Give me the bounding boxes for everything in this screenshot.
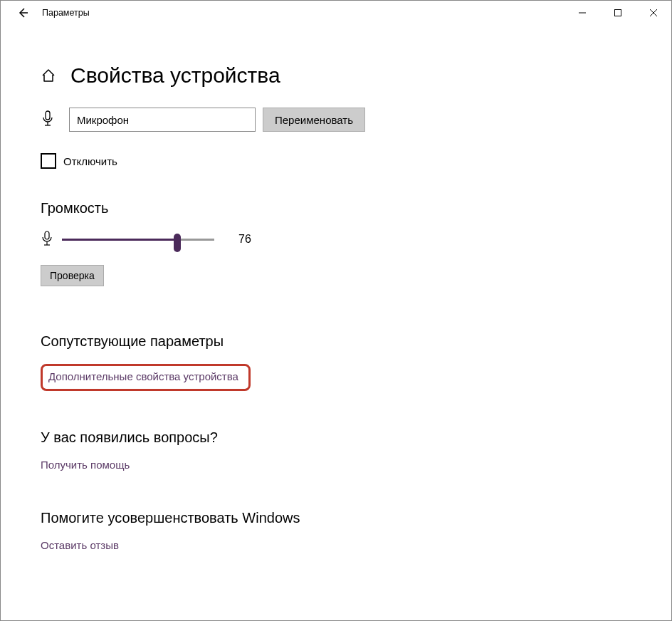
additional-properties-link[interactable]: Дополнительные свойства устройства <box>48 370 238 382</box>
related-heading: Сопутствующие параметры <box>41 333 643 350</box>
content-area: Свойства устройства Переименовать Отключ… <box>1 25 671 552</box>
improve-section: Помогите усовершенствовать Windows Остав… <box>41 510 643 552</box>
minimize-button[interactable] <box>565 1 600 25</box>
svg-rect-5 <box>46 111 50 120</box>
get-help-link[interactable]: Получить помощь <box>41 459 130 471</box>
volume-slider[interactable] <box>62 229 214 249</box>
volume-section: Громкость 76 Проверка <box>41 200 643 286</box>
test-button[interactable]: Проверка <box>41 265 104 286</box>
svg-rect-2 <box>615 10 621 16</box>
disable-row: Отключить <box>41 153 643 169</box>
questions-section: У вас появились вопросы? Получить помощь <box>41 429 643 471</box>
questions-heading: У вас появились вопросы? <box>41 429 643 446</box>
volume-heading: Громкость <box>41 200 643 216</box>
volume-value: 76 <box>238 233 251 246</box>
back-button[interactable] <box>11 6 35 19</box>
window-controls <box>565 1 671 25</box>
slider-track <box>62 239 214 241</box>
close-button[interactable] <box>636 1 671 25</box>
highlight-annotation: Дополнительные свойства устройства <box>41 364 251 391</box>
window-title: Параметры <box>35 8 90 18</box>
home-button[interactable] <box>41 68 56 83</box>
device-name-input[interactable] <box>69 108 256 132</box>
close-icon <box>649 9 658 17</box>
maximize-icon <box>614 9 622 17</box>
microphone-icon <box>41 110 55 129</box>
arrow-left-icon <box>16 6 29 19</box>
disable-checkbox[interactable] <box>41 153 56 169</box>
volume-slider-row: 76 <box>41 229 643 249</box>
home-icon <box>41 68 56 83</box>
disable-label: Отключить <box>63 155 117 167</box>
maximize-button[interactable] <box>600 1 636 25</box>
minimize-icon <box>578 9 587 17</box>
slider-thumb[interactable] <box>174 234 181 252</box>
feedback-link[interactable]: Оставить отзыв <box>41 539 119 551</box>
related-section: Сопутствующие параметры Дополнительные с… <box>41 333 643 391</box>
settings-window: Параметры Свойства устройства Переименов… <box>0 0 672 621</box>
slider-fill <box>62 239 178 241</box>
device-name-row: Переименовать <box>41 108 643 132</box>
page-title: Свойства устройства <box>70 63 280 88</box>
svg-rect-8 <box>45 231 49 239</box>
rename-button[interactable]: Переименовать <box>263 108 365 132</box>
page-header: Свойства устройства <box>41 63 643 88</box>
microphone-icon <box>41 231 53 248</box>
improve-heading: Помогите усовершенствовать Windows <box>41 510 643 526</box>
